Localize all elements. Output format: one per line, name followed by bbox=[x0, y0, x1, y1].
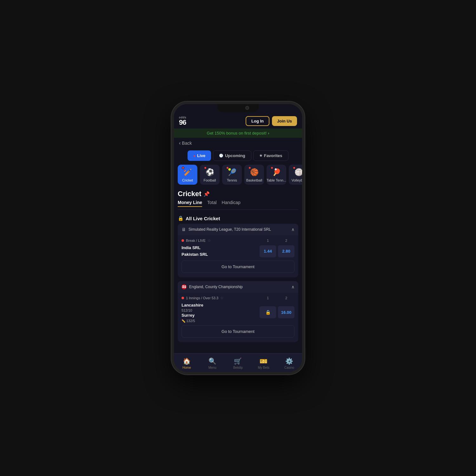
england-team2: Surrey bbox=[182, 312, 258, 319]
nav-mybets[interactable]: 🎫 My Bets bbox=[251, 356, 276, 371]
tennis-label: Tennis bbox=[227, 178, 237, 182]
sport-cricket[interactable]: 🏏 Cricket bbox=[178, 165, 197, 185]
basketball-label: Basketball bbox=[246, 178, 262, 182]
england-score2: 132/5 bbox=[186, 319, 195, 323]
england-flag-icon: 🏴󠁧󠁢󠁥󠁮󠁧󠁿 bbox=[182, 284, 187, 289]
header-buttons: Log In Join Us bbox=[246, 116, 297, 126]
phone-notch bbox=[217, 104, 259, 112]
tennis-icon-wrap: 🎾 bbox=[227, 167, 237, 177]
bet-tab-handicap[interactable]: Handicap bbox=[222, 200, 241, 207]
srl-live-dot bbox=[182, 239, 184, 242]
england-chevron-icon: ∧ bbox=[291, 284, 294, 289]
sport-basketball[interactable]: 🏀 Basketball bbox=[244, 165, 264, 185]
england-live-dot bbox=[182, 297, 184, 299]
login-button[interactable]: Log In bbox=[246, 116, 269, 126]
tab-upcoming[interactable]: 🕐 Upcoming bbox=[213, 150, 251, 161]
tournament-england-left: 🏴󠁧󠁢󠁥󠁮󠁧󠁿 England, County Championship bbox=[182, 284, 243, 289]
football-label: Football bbox=[203, 178, 216, 182]
basketball-live-dot bbox=[248, 167, 251, 169]
srl-match-block: Break / LIVE ☆ 1 2 India SRL Pakistan SR… bbox=[178, 235, 298, 277]
join-button[interactable]: Join Us bbox=[272, 116, 297, 126]
england-odd2-btn[interactable]: 16.00 bbox=[278, 306, 294, 318]
england-team1: Lancashire bbox=[182, 302, 258, 309]
england-odd1-btn[interactable]: 🔒 bbox=[260, 306, 276, 318]
bet-tab-moneyline[interactable]: Money Line bbox=[178, 200, 202, 207]
logo-96: 96 bbox=[179, 119, 187, 126]
phone-camera bbox=[245, 106, 249, 110]
bottom-nav: 🏠 Home 🔍 Menu 🛒 Betslip 🎫 My Bets ⚙️ Cas… bbox=[174, 353, 302, 372]
volleyball-label: Volleyb... bbox=[292, 178, 302, 182]
nav-home[interactable]: 🏠 Home bbox=[174, 356, 200, 371]
england-col1: 1 bbox=[260, 296, 276, 300]
tournament-srl-header[interactable]: 🖥 Simulated Reality League, T20 Internat… bbox=[178, 224, 298, 235]
page-title: Cricket bbox=[178, 190, 202, 198]
main-content: Cricket 📌 Money Line Total Handicap 🔒 Al… bbox=[174, 187, 302, 353]
england-go-tournament-btn[interactable]: Go to Tournament bbox=[182, 325, 294, 338]
tournament-srl-left: 🖥 Simulated Reality League, T20 Internat… bbox=[182, 227, 271, 232]
srl-col2: 2 bbox=[278, 239, 294, 242]
bet-tabs: Money Line Total Handicap bbox=[178, 200, 298, 210]
bonus-text: Get 150% bonus on first deposit! bbox=[207, 131, 267, 136]
cricket-icon-wrap: 🏏 bbox=[182, 167, 193, 177]
volleyball-live-dot bbox=[293, 167, 295, 169]
bonus-banner[interactable]: Get 150% bonus on first deposit! › bbox=[174, 129, 302, 138]
srl-odd2-btn[interactable]: 2.80 bbox=[278, 245, 294, 257]
srl-star-icon[interactable]: ☆ bbox=[208, 238, 211, 243]
live-icon: ● bbox=[193, 154, 195, 158]
nav-casino[interactable]: ⚙️ Casino bbox=[276, 356, 302, 371]
sport-volleyball[interactable]: 🏐 Volleyb... bbox=[289, 165, 302, 185]
lock-icon: 🔒 bbox=[265, 310, 271, 315]
football-icon-wrap: ⚽ bbox=[205, 167, 215, 177]
tournament-srl: 🖥 Simulated Reality League, T20 Internat… bbox=[178, 224, 298, 277]
cricket-live-dot bbox=[182, 167, 184, 169]
back-arrow-icon: ‹ bbox=[179, 140, 181, 146]
england-col2: 2 bbox=[278, 296, 294, 300]
tab-favorites[interactable]: ★ Favorites bbox=[253, 150, 288, 161]
nav-betslip[interactable]: 🛒 Betslip bbox=[225, 356, 251, 371]
sport-football[interactable]: ⚽ Football bbox=[200, 165, 220, 185]
sport-table-tennis[interactable]: 🏓 Table Tenn... bbox=[267, 165, 286, 185]
casino-icon: ⚙️ bbox=[285, 357, 293, 365]
football-live-dot bbox=[204, 167, 207, 169]
table-tennis-live-dot bbox=[271, 167, 273, 169]
england-match-block: 1 Innings / Over 53.3 ☆ 1 2 Lancashire bbox=[178, 293, 298, 342]
volleyball-icon-wrap: 🏐 bbox=[294, 167, 302, 177]
srl-col1: 1 bbox=[260, 239, 276, 242]
pencil-icon: ✏️ bbox=[182, 319, 185, 323]
tournament-england: 🏴󠁧󠁢󠁥󠁮󠁧󠁿 England, County Championship ∧ 1… bbox=[178, 281, 298, 342]
england-teams: Lancashire 512/10 Surrey ✏️ 132/5 bbox=[182, 302, 258, 323]
england-team2-score: ✏️ 132/5 bbox=[182, 319, 258, 323]
favorites-icon: ★ bbox=[259, 154, 262, 158]
tournament-england-header[interactable]: 🏴󠁧󠁢󠁥󠁮󠁧󠁿 England, County Championship ∧ bbox=[178, 281, 298, 293]
tab-live-label: Live bbox=[197, 153, 205, 158]
nav-menu-label: Menu bbox=[208, 366, 216, 369]
srl-col-labels: 1 2 bbox=[260, 239, 294, 242]
back-label: Back bbox=[182, 141, 192, 146]
table-tennis-icon-wrap: 🏓 bbox=[271, 167, 281, 177]
srl-status-left: Break / LIVE ☆ bbox=[182, 238, 211, 243]
table-tennis-label: Table Tenn... bbox=[267, 178, 286, 182]
home-icon: 🏠 bbox=[183, 357, 191, 365]
england-name: England, County Championship bbox=[189, 285, 243, 289]
betslip-icon: 🛒 bbox=[234, 357, 242, 365]
subsection-label: All Live Cricket bbox=[186, 216, 220, 221]
back-nav[interactable]: ‹ Back bbox=[174, 138, 302, 149]
bet-tab-total[interactable]: Total bbox=[207, 200, 217, 207]
main-tabs: ● Live 🕐 Upcoming ★ Favorites bbox=[174, 149, 302, 163]
srl-name: Simulated Reality League, T20 Internatio… bbox=[188, 227, 271, 232]
tennis-live-dot bbox=[226, 167, 229, 169]
srl-go-tournament-btn[interactable]: Go to Tournament bbox=[182, 261, 294, 273]
england-star-icon[interactable]: ☆ bbox=[220, 296, 224, 300]
srl-team1: India SRL bbox=[182, 245, 258, 251]
logo: odds 96 bbox=[179, 116, 187, 126]
srl-odd1-btn[interactable]: 1.44 bbox=[260, 245, 276, 257]
sports-row: 🏏 Cricket ⚽ Football 🎾 Tennis bbox=[174, 163, 302, 187]
sport-tennis[interactable]: 🎾 Tennis bbox=[222, 165, 242, 185]
nav-menu[interactable]: 🔍 Menu bbox=[200, 356, 225, 371]
england-status-left: 1 Innings / Over 53.3 ☆ bbox=[182, 296, 224, 300]
england-match-row: Lancashire 512/10 Surrey ✏️ 132/5 🔒 bbox=[182, 302, 294, 323]
tab-live[interactable]: ● Live bbox=[188, 150, 211, 161]
page-title-row: Cricket 📌 bbox=[178, 187, 298, 200]
england-col-labels: 1 2 bbox=[260, 296, 294, 300]
srl-status-text: Break / LIVE bbox=[186, 239, 206, 242]
